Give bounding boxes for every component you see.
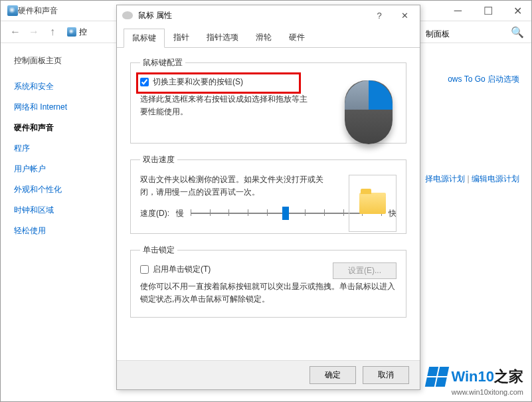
sidebar-item-clock[interactable]: 时钟和区域: [14, 205, 98, 216]
tab-hardware[interactable]: 硬件: [280, 28, 313, 47]
tabs: 鼠标键 指针 指针选项 滑轮 硬件: [117, 25, 420, 48]
maximize-button[interactable]: ☐: [473, 1, 503, 21]
dialog-close-button[interactable]: ✕: [395, 11, 414, 21]
sidebar-item-hardware[interactable]: 硬件和声音: [14, 122, 98, 134]
close-button[interactable]: ✕: [503, 1, 532, 21]
speed-slow: 慢: [176, 208, 184, 219]
sidebar-item-programs[interactable]: 程序: [14, 143, 98, 154]
group-double-click-legend: 双击速度: [140, 154, 177, 165]
speed-label: 速度(D):: [140, 208, 169, 219]
dialog-titlebar: 鼠标 属性 ? ✕: [117, 5, 420, 25]
clicklock-settings-button: 设置(E)...: [333, 262, 397, 279]
group-click-lock-legend: 单击锁定: [140, 245, 177, 256]
tab-pointer-options[interactable]: 指针选项: [198, 28, 247, 47]
swap-buttons-label: 切换主要和次要的按钮(S): [153, 76, 243, 88]
sidebar-home[interactable]: 控制面板主页: [14, 55, 98, 66]
windows-logo-icon: [425, 367, 449, 387]
folder-icon: [359, 193, 386, 214]
sidebar-item-ease[interactable]: 轻松使用: [14, 225, 98, 237]
sidebar-item-network[interactable]: 网络和 Internet: [14, 102, 98, 113]
dialog-help-button[interactable]: ?: [369, 11, 389, 21]
path-segment[interactable]: 控: [79, 27, 87, 38]
mouse-graphic: [345, 80, 397, 147]
forward-button[interactable]: →: [25, 23, 43, 41]
brand-url: www.win10xitong.com: [427, 388, 523, 396]
group-double-click: 双击速度 双击文件夹以检测你的设置。如果文件夹没打开或关闭，请用慢一点的设置再试…: [130, 154, 406, 234]
group-button-config: 鼠标键配置 切换主要和次要的按钮(S) 选择此复选框来将右按钮设成如选择和拖放等…: [130, 57, 406, 144]
group-click-lock: 单击锁定 启用单击锁定(T) 设置(E)... 使你可以不用一直按着鼠标按钮就可…: [130, 245, 406, 318]
clicklock-label: 启用单击锁定(T): [153, 264, 211, 275]
group-button-config-legend: 鼠标键配置: [140, 57, 185, 68]
ok-button[interactable]: 确定: [310, 366, 356, 384]
window-system-buttons: ─ ☐ ✕: [443, 1, 532, 21]
path-end: 制面板: [426, 29, 450, 40]
minimize-button[interactable]: ─: [443, 1, 473, 21]
dialog-content: 鼠标键配置 切换主要和次要的按钮(S) 选择此复选框来将右按钮设成如选择和拖放等…: [117, 48, 420, 338]
slider-thumb[interactable]: [282, 207, 289, 220]
test-folder-area[interactable]: [349, 175, 397, 232]
link-select-plan[interactable]: 择电源计划: [425, 174, 465, 183]
tab-wheel[interactable]: 滑轮: [247, 28, 280, 47]
brand-text-1: Win10: [451, 368, 494, 385]
link-edit-plan[interactable]: 编辑电源计划: [472, 174, 519, 183]
double-click-desc: 双击文件夹以检测你的设置。如果文件夹没打开或关闭，请用慢一点的设置再试一次。: [140, 173, 333, 199]
cp-title: 硬件和声音: [18, 5, 58, 17]
dialog-footer: 确定 取消: [117, 360, 420, 389]
dialog-title: 鼠标 属性: [138, 10, 172, 21]
path-icon: [67, 27, 76, 37]
right-links: ows To Go 启动选项 择电源计划 | 编辑电源计划: [448, 74, 519, 93]
sidebar-item-users[interactable]: 用户帐户: [14, 163, 98, 175]
back-button[interactable]: ←: [6, 23, 25, 41]
breadcrumb[interactable]: 控: [67, 27, 87, 38]
clicklock-checkbox[interactable]: [140, 265, 149, 274]
cancel-button[interactable]: 取消: [363, 366, 409, 384]
swap-buttons-desc: 选择此复选框来将右按钮设成如选择和拖放等主要性能使用。: [140, 93, 313, 118]
tab-buttons[interactable]: 鼠标键: [124, 29, 165, 48]
brand-text-2: 之家: [494, 368, 523, 385]
swap-buttons-checkbox[interactable]: [140, 78, 149, 86]
tab-pointer[interactable]: 指针: [165, 28, 198, 47]
sidebar-item-system[interactable]: 系统和安全: [14, 81, 98, 92]
search-icon[interactable]: 🔍: [507, 26, 527, 39]
link-togo[interactable]: ows To Go 启动选项: [448, 74, 519, 85]
sidebar: 控制面板主页 系统和安全 网络和 Internet 硬件和声音 程序 用户帐户 …: [1, 43, 111, 402]
mouse-properties-dialog: 鼠标 属性 ? ✕ 鼠标键 指针 指针选项 滑轮 硬件 鼠标键配置 切换主要和次…: [116, 5, 420, 390]
watermark: Win10之家 www.win10xitong.com: [427, 367, 523, 396]
mouse-icon: [122, 11, 133, 19]
up-button[interactable]: ↑: [43, 23, 62, 41]
clicklock-desc: 使你可以不用一直按着鼠标按钮就可以突出显示或拖拽。单击鼠标以进入锁定状态,再次单…: [140, 280, 397, 306]
sidebar-item-appearance[interactable]: 外观和个性化: [14, 184, 98, 195]
control-panel-icon: [7, 5, 18, 16]
